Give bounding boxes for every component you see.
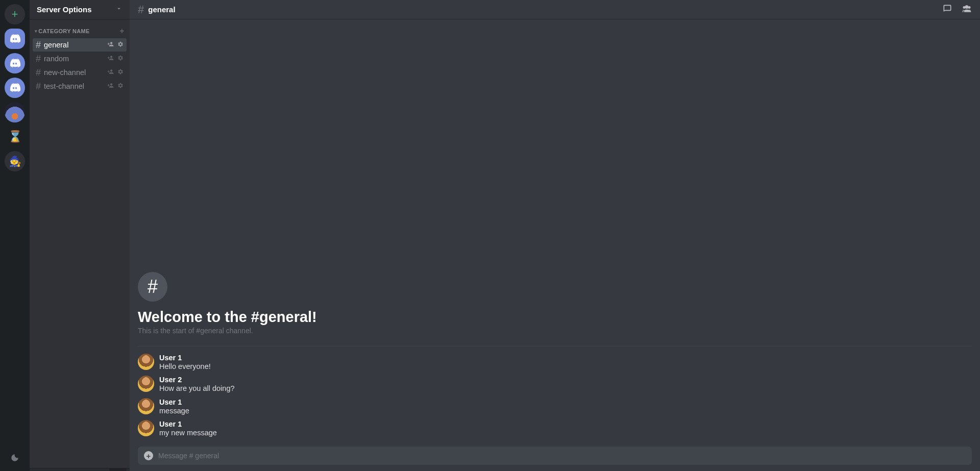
guild-item-1[interactable] (5, 29, 25, 49)
moon-icon (10, 453, 19, 462)
hash-icon: # (36, 54, 41, 64)
channel-settings-button[interactable] (117, 68, 124, 77)
channel-sidebar: Server Options ▾ CATEGORY NAME + #genera… (30, 0, 130, 471)
message-composer: + (138, 447, 972, 465)
person-add-icon (107, 68, 114, 75)
theme-toggle-button[interactable] (10, 453, 19, 471)
divider (138, 346, 972, 346)
person-add-icon (107, 82, 114, 89)
category-label: CATEGORY NAME (38, 28, 89, 34)
message-row: User 1my new message (138, 418, 972, 440)
message-username[interactable]: User 1 (159, 354, 211, 362)
inbox-icon (942, 4, 952, 14)
chevron-down-icon (115, 5, 122, 14)
guild-item-2[interactable] (5, 53, 25, 73)
server-name-label: Server Options (37, 5, 92, 14)
welcome-title: Welcome to the #general! (138, 309, 972, 326)
hash-icon: # (36, 40, 41, 51)
chevron-down-icon: ▾ (35, 29, 37, 34)
guild-item-3[interactable] (5, 78, 25, 98)
message-username[interactable]: User 1 (159, 420, 217, 428)
discord-icon (9, 33, 21, 45)
gear-icon (117, 68, 124, 75)
welcome-subtitle: This is the start of #general channel. (138, 327, 972, 335)
channel-name-label: general (44, 41, 107, 49)
guild-item-6[interactable]: 🧙 (5, 151, 25, 171)
channel-name-label: test-channel (44, 82, 107, 90)
channel-name-label: random (44, 55, 107, 63)
members-button[interactable] (962, 4, 972, 16)
hash-icon: # (36, 81, 41, 92)
guild-item-5[interactable]: ⌛ (5, 127, 25, 147)
avatar[interactable] (138, 420, 154, 436)
welcome-block: # Welcome to the #general! This is the s… (138, 262, 972, 335)
message-row: User 1message (138, 396, 972, 418)
guild-list: + ⌛ 🧙 (0, 0, 30, 471)
attach-button[interactable]: + (144, 451, 153, 460)
channel-item-test-channel[interactable]: #test-channel (33, 80, 127, 93)
sidebar-footer (30, 468, 130, 471)
message-text: my new message (159, 428, 217, 438)
message-row: User 2How are you all doing? (138, 374, 972, 396)
channel-title: general (148, 5, 175, 14)
channel-settings-button[interactable] (117, 41, 124, 49)
create-channel-button[interactable]: + (119, 27, 125, 36)
chat-header: # general (130, 0, 980, 19)
channel-item-general[interactable]: #general (33, 38, 127, 52)
message-input[interactable] (158, 452, 966, 460)
invite-button[interactable] (107, 41, 114, 49)
message-username[interactable]: User 1 (159, 398, 189, 406)
channel-settings-button[interactable] (117, 55, 124, 63)
gear-icon (117, 41, 124, 47)
message-text: Hello everyone! (159, 362, 211, 372)
person-add-icon (107, 41, 114, 47)
message-text: message (159, 406, 189, 416)
guild-item-4[interactable] (5, 102, 25, 122)
message-text: How are you all doing? (159, 384, 235, 394)
channel-item-new-channel[interactable]: #new-channel (33, 66, 127, 79)
invite-button[interactable] (107, 55, 114, 63)
members-icon (962, 4, 972, 14)
add-server-button[interactable]: + (5, 4, 25, 24)
channel-item-random[interactable]: #random (33, 52, 127, 65)
invite-button[interactable] (107, 82, 114, 90)
hash-icon: # (36, 67, 41, 78)
server-options-dropdown[interactable]: Server Options (30, 0, 130, 19)
avatar[interactable] (138, 354, 154, 370)
message-row: User 1Hello everyone! (138, 352, 972, 374)
hash-icon: # (138, 3, 144, 16)
inbox-button[interactable] (942, 4, 952, 16)
discord-icon (9, 57, 21, 69)
message-username[interactable]: User 2 (159, 376, 235, 384)
channel-category[interactable]: ▾ CATEGORY NAME + (30, 19, 130, 38)
discord-icon (9, 82, 21, 94)
channel-name-label: new-channel (44, 68, 107, 77)
invite-button[interactable] (107, 68, 114, 77)
gear-icon (117, 82, 124, 89)
channel-settings-button[interactable] (117, 82, 124, 90)
message-scroller[interactable]: # Welcome to the #general! This is the s… (130, 19, 980, 440)
hash-icon: # (138, 272, 167, 302)
avatar[interactable] (138, 376, 154, 392)
chat-area: # general # Welcome to the #general! Thi… (130, 0, 980, 471)
gear-icon (117, 55, 124, 61)
avatar[interactable] (138, 398, 154, 414)
person-add-icon (107, 55, 114, 61)
